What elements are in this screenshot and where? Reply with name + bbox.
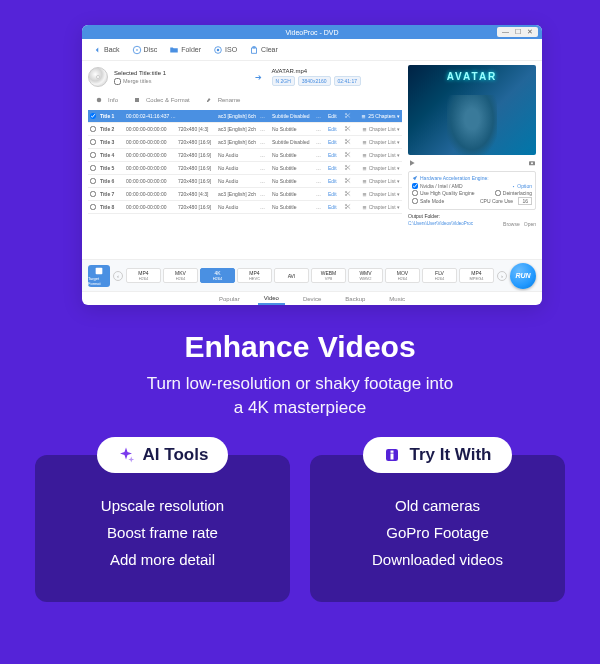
tab-popular[interactable]: Popular bbox=[213, 294, 246, 304]
audio-chevron-icon[interactable]: … bbox=[260, 152, 270, 158]
row-checkbox[interactable] bbox=[90, 139, 96, 145]
format-item[interactable]: MOVH264 bbox=[385, 268, 420, 283]
subtitle-chevron-icon[interactable]: … bbox=[316, 152, 326, 158]
chapter-dropdown[interactable]: Chapter List ▾ bbox=[356, 204, 400, 210]
edit-link[interactable]: Edit bbox=[328, 191, 342, 197]
play-icon[interactable] bbox=[408, 159, 416, 167]
camera-icon[interactable] bbox=[528, 159, 536, 167]
row-checkbox[interactable] bbox=[90, 152, 96, 158]
ai-tools-pill: AI Tools bbox=[97, 437, 229, 473]
open-button[interactable]: Open bbox=[524, 221, 536, 227]
audio-chevron-icon[interactable]: … bbox=[260, 178, 270, 184]
iso-button[interactable]: ISO bbox=[209, 43, 241, 57]
merge-checkbox[interactable]: Merge titles bbox=[114, 78, 245, 85]
audio-chevron-icon[interactable]: … bbox=[260, 126, 270, 132]
row-checkbox[interactable] bbox=[90, 191, 96, 197]
folder-button[interactable]: Folder bbox=[165, 43, 205, 57]
tab-backup[interactable]: Backup bbox=[339, 294, 371, 304]
format-item[interactable]: WMVWMV2 bbox=[348, 268, 383, 283]
tab-music[interactable]: Music bbox=[383, 294, 411, 304]
row-checkbox[interactable] bbox=[90, 113, 96, 119]
deint-checkbox[interactable] bbox=[495, 190, 501, 196]
hw-option-link[interactable]: Option bbox=[511, 183, 532, 189]
format-item[interactable]: MKVH264 bbox=[163, 268, 198, 283]
edit-link[interactable]: Edit bbox=[328, 113, 342, 119]
scissors-icon[interactable] bbox=[344, 125, 354, 133]
tab-codec[interactable]: Codec & Format bbox=[130, 93, 198, 107]
edit-link[interactable]: Edit bbox=[328, 139, 342, 145]
subtitle-chevron-icon[interactable]: … bbox=[316, 204, 326, 210]
scissors-icon[interactable] bbox=[344, 164, 354, 172]
format-item[interactable]: MP4MPEG4 bbox=[459, 268, 494, 283]
row-checkbox[interactable] bbox=[90, 178, 96, 184]
close-icon[interactable]: ✕ bbox=[527, 28, 533, 36]
subtitle-chevron-icon[interactable]: … bbox=[316, 113, 326, 119]
subtitle-chevron-icon[interactable]: … bbox=[316, 139, 326, 145]
format-item[interactable]: WEBMVP8 bbox=[311, 268, 346, 283]
audio-chevron-icon[interactable]: … bbox=[260, 191, 270, 197]
table-row[interactable]: Title 3 00:00:00-00:00:00 720x480 [16:9]… bbox=[88, 136, 402, 149]
tab-video[interactable]: Video bbox=[258, 293, 285, 305]
table-row[interactable]: Title 4 00:00:00-00:00:00 720x480 [16:9]… bbox=[88, 149, 402, 162]
edit-link[interactable]: Edit bbox=[328, 152, 342, 158]
format-item[interactable]: FLVH264 bbox=[422, 268, 457, 283]
format-item[interactable]: AVI bbox=[274, 268, 309, 283]
browse-button[interactable]: Browse bbox=[503, 221, 520, 227]
chapter-dropdown[interactable]: Chapter List ▾ bbox=[356, 165, 400, 171]
clear-button[interactable]: Clear bbox=[245, 43, 282, 57]
hq-checkbox[interactable] bbox=[412, 190, 418, 196]
video-preview[interactable]: AVATAR bbox=[408, 65, 536, 155]
row-checkbox[interactable] bbox=[90, 165, 96, 171]
table-row[interactable]: Title 1 00:00:02-41:16:437 [16:9] ac3 [E… bbox=[88, 110, 402, 123]
scissors-icon[interactable] bbox=[344, 177, 354, 185]
scissors-icon[interactable] bbox=[344, 190, 354, 198]
table-row[interactable]: Title 5 00:00:00-00:00:00 720x480 [16:9]… bbox=[88, 162, 402, 175]
table-row[interactable]: Title 2 00:00:00-00:00:00 720x480 [4:3] … bbox=[88, 123, 402, 136]
edit-link[interactable]: Edit bbox=[328, 165, 342, 171]
chapter-dropdown[interactable]: Chapter List ▾ bbox=[356, 139, 400, 145]
tab-device[interactable]: Device bbox=[297, 294, 327, 304]
scissors-icon[interactable] bbox=[344, 203, 354, 211]
run-button[interactable]: RUN bbox=[510, 263, 536, 289]
row-checkbox[interactable] bbox=[90, 126, 96, 132]
format-item[interactable]: 4KH264 bbox=[200, 268, 235, 283]
target-format-icon[interactable]: Target Format bbox=[88, 265, 110, 287]
safe-checkbox[interactable] bbox=[412, 198, 418, 204]
tab-rename[interactable]: Rename bbox=[202, 93, 249, 107]
format-item[interactable]: MP4H264 bbox=[126, 268, 161, 283]
audio-chevron-icon[interactable]: … bbox=[260, 204, 270, 210]
chapter-dropdown[interactable]: 25 Chapters ▾ bbox=[356, 113, 400, 119]
maximize-icon[interactable]: ☐ bbox=[515, 28, 521, 36]
hw-chip-checkbox[interactable] bbox=[412, 183, 418, 189]
audio-chevron-icon[interactable]: … bbox=[260, 113, 270, 119]
subtitle-chevron-icon[interactable]: … bbox=[316, 165, 326, 171]
scissors-icon[interactable] bbox=[344, 138, 354, 146]
chapter-dropdown[interactable]: Chapter List ▾ bbox=[356, 126, 400, 132]
chapter-dropdown[interactable]: Chapter List ▾ bbox=[356, 152, 400, 158]
subtitle-chevron-icon[interactable]: … bbox=[316, 126, 326, 132]
format-item[interactable]: MP4HEVC bbox=[237, 268, 272, 283]
scissors-icon[interactable] bbox=[344, 151, 354, 159]
table-row[interactable]: Title 6 00:00:00-00:00:00 720x480 [16:9]… bbox=[88, 175, 402, 188]
edit-link[interactable]: Edit bbox=[328, 126, 342, 132]
table-row[interactable]: Title 7 00:00:00-00:00:00 720x480 [4:3] … bbox=[88, 188, 402, 201]
chapter-dropdown[interactable]: Chapter List ▾ bbox=[356, 178, 400, 184]
cpu-select[interactable]: 16 bbox=[518, 197, 532, 205]
audio-chevron-icon[interactable]: … bbox=[260, 139, 270, 145]
list-item: Downloaded videos bbox=[330, 551, 545, 568]
scissors-icon[interactable] bbox=[344, 112, 354, 120]
subtitle-chevron-icon[interactable]: … bbox=[316, 178, 326, 184]
minimize-icon[interactable]: — bbox=[502, 28, 509, 36]
format-prev[interactable]: ‹ bbox=[113, 271, 123, 281]
edit-link[interactable]: Edit bbox=[328, 178, 342, 184]
format-next[interactable]: › bbox=[497, 271, 507, 281]
table-row[interactable]: Title 8 00:00:00-00:00:00 720x480 [16:9]… bbox=[88, 201, 402, 214]
tab-info[interactable]: Info bbox=[92, 93, 126, 107]
audio-chevron-icon[interactable]: … bbox=[260, 165, 270, 171]
edit-link[interactable]: Edit bbox=[328, 204, 342, 210]
back-button[interactable]: Back bbox=[88, 43, 124, 57]
row-checkbox[interactable] bbox=[90, 204, 96, 210]
chapter-dropdown[interactable]: Chapter List ▾ bbox=[356, 191, 400, 197]
disc-button[interactable]: Disc bbox=[128, 43, 162, 57]
subtitle-chevron-icon[interactable]: … bbox=[316, 191, 326, 197]
